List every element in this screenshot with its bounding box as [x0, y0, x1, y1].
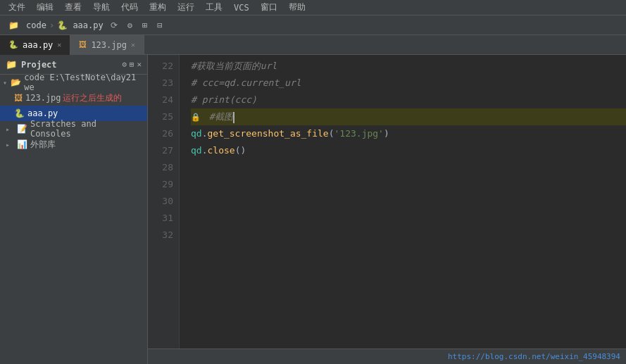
comment-25: #截图: [209, 111, 233, 122]
tree-item-code-folder[interactable]: ▾ 📂 code E:\TestNote\day21 we: [0, 75, 147, 90]
tab-bar: 🐍 aaa.py ✕ 🖼 123.jpg ✕: [0, 35, 626, 55]
code-line-23: # ccc=qd.current_url: [191, 75, 626, 92]
sidebar-expand-icon[interactable]: ⊞: [130, 60, 134, 69]
tab-123-jpg[interactable]: 🖼 123.jpg ✕: [70, 35, 144, 55]
menu-view[interactable]: 查看: [59, 0, 87, 15]
menu-refactor[interactable]: 重构: [144, 0, 172, 15]
line-num-22: 22: [148, 58, 173, 75]
code-line-25: 🔒 #截图: [191, 108, 626, 125]
sidebar-close-icon[interactable]: ✕: [137, 60, 142, 69]
py-file-icon: 🐍: [14, 108, 25, 118]
jpg-icon: 🖼: [79, 40, 87, 49]
arrow-right-scratches-icon: ▸: [6, 125, 14, 133]
code-line-26: qd.get_screenshot_as_file('123.jpg'): [191, 125, 626, 142]
menu-run[interactable]: 运行: [172, 0, 200, 15]
code-line-28: [191, 159, 626, 176]
code-line-22: #获取当前页面的url: [191, 58, 626, 75]
func-26: get_screenshot_as_file: [207, 128, 328, 139]
menu-window[interactable]: 窗口: [255, 0, 283, 15]
tab-close-aaa[interactable]: ✕: [57, 41, 61, 49]
file-annotation: 运行之后生成的: [63, 92, 122, 104]
menu-tools[interactable]: 工具: [200, 0, 228, 15]
sidebar-toolbar: ⚙ ⊞ ✕: [122, 60, 142, 69]
sidebar: 📁 Project ⚙ ⊞ ✕ ▾ 📂 code E:\TestNote\day…: [0, 55, 148, 364]
code-content[interactable]: #获取当前页面的url # ccc=qd.current_url # print…: [180, 55, 626, 349]
cursor: [233, 112, 234, 123]
menu-edit[interactable]: 编辑: [31, 0, 59, 15]
main-content: 📁 Project ⚙ ⊞ ✕ ▾ 📂 code E:\TestNote\day…: [0, 55, 626, 364]
menu-code[interactable]: 代码: [115, 0, 144, 15]
tree-label-123jpg: 123.jpg: [25, 93, 61, 103]
menu-help[interactable]: 帮助: [283, 0, 311, 15]
code-line-24: # print(ccc): [191, 92, 626, 108]
collapse-icon[interactable]: ⊟: [154, 19, 165, 32]
line-num-31: 31: [148, 210, 173, 227]
str-26: '123.jpg': [334, 128, 384, 139]
paren-open-26: (: [329, 128, 334, 139]
tab-label-123: 123.jpg: [91, 40, 127, 50]
project-icon: 📁: [6, 19, 22, 32]
external-libs-label: 外部库: [30, 139, 56, 151]
breadcrumb-project[interactable]: code: [26, 20, 46, 30]
parens-27: (): [235, 145, 246, 156]
line-num-25: 25: [148, 108, 173, 125]
sidebar-settings-icon[interactable]: ⚙: [122, 60, 127, 69]
tab-label-aaa: aaa.py: [23, 40, 53, 50]
line-num-29: 29: [148, 176, 173, 193]
tab-aaa-py[interactable]: 🐍 aaa.py ✕: [0, 35, 70, 55]
func-27: close: [207, 145, 234, 156]
paren-close-26: ): [384, 128, 389, 139]
scratches-icon: 📝: [17, 124, 27, 134]
sidebar-title: Project: [21, 60, 57, 70]
comment-22: #获取当前页面的url: [191, 61, 277, 71]
line-num-32: 32: [148, 227, 173, 244]
breadcrumb-separator: ›: [49, 20, 54, 30]
line-numbers: 22 23 24 25 26 27 28 29 30 31 32: [148, 55, 180, 349]
line-num-30: 30: [148, 193, 173, 210]
sync-icon[interactable]: ⟳: [108, 19, 120, 32]
settings-icon[interactable]: ⚙: [125, 19, 135, 32]
sidebar-item-external-libs[interactable]: ▸ 📊 外部库: [0, 137, 147, 152]
code-area: 22 23 24 25 26 27 28 29 30 31 32 #获取当前: [148, 55, 626, 349]
menu-vcs[interactable]: VCS: [228, 0, 255, 15]
folder-icon: 📁: [6, 59, 17, 70]
py-icon: 🐍: [8, 40, 18, 49]
menu-bar: 文件 编辑 查看 导航 代码 重构 运行 工具 VCS 窗口 帮助: [0, 0, 626, 15]
tree-item-123jpg[interactable]: 🖼 123.jpg 运行之后生成的: [0, 90, 147, 106]
obj-qd-27: qd: [191, 145, 202, 156]
code-line-29: [191, 176, 626, 193]
line-num-23: 23: [148, 75, 173, 92]
code-line-27: qd.close(): [191, 142, 626, 159]
tree-label-code: code E:\TestNote\day21 we: [24, 73, 144, 92]
line-num-26: 26: [148, 125, 173, 142]
arrow-right-libs-icon: ▸: [6, 141, 14, 149]
line-num-24: 24: [148, 92, 173, 108]
folder-open-icon: 📂: [11, 77, 21, 87]
lock-icon: 🔒: [191, 113, 201, 122]
tree-label-aaapy: aaa.py: [27, 108, 58, 118]
editor[interactable]: 22 23 24 25 26 27 28 29 30 31 32 #获取当前: [148, 55, 626, 364]
expand-icon[interactable]: ⊞: [139, 19, 150, 32]
code-line-31: [191, 210, 626, 227]
breadcrumb: code › 🐍 aaa.py: [26, 20, 104, 30]
comment-23: # ccc=qd.current_url: [191, 77, 301, 88]
obj-qd-26: qd: [191, 128, 202, 139]
scratches-label: Scratches and Consoles: [30, 119, 142, 139]
tab-close-123[interactable]: ✕: [131, 41, 135, 49]
line-num-28: 28: [148, 159, 173, 176]
code-line-32: [191, 227, 626, 244]
jpg-file-icon: 🖼: [14, 93, 23, 103]
status-url: https://blog.csdn.net/weixin_45948394: [448, 352, 620, 361]
breadcrumb-file: 🐍 aaa.py: [57, 20, 104, 30]
status-bar: https://blog.csdn.net/weixin_45948394: [148, 349, 626, 364]
sidebar-item-scratches[interactable]: ▸ 📝 Scratches and Consoles: [0, 121, 147, 137]
toolbar: 📁 code › 🐍 aaa.py ⟳ ⚙ ⊞ ⊟: [0, 15, 626, 35]
sidebar-header: 📁 Project ⚙ ⊞ ✕: [0, 55, 147, 75]
libs-icon: 📊: [17, 139, 27, 149]
menu-file[interactable]: 文件: [3, 0, 31, 15]
comment-24: # print(ccc): [191, 94, 257, 105]
line-num-27: 27: [148, 142, 173, 159]
code-line-30: [191, 193, 626, 210]
menu-navigate[interactable]: 导航: [87, 0, 115, 15]
arrow-down-icon: ▾: [3, 79, 11, 87]
